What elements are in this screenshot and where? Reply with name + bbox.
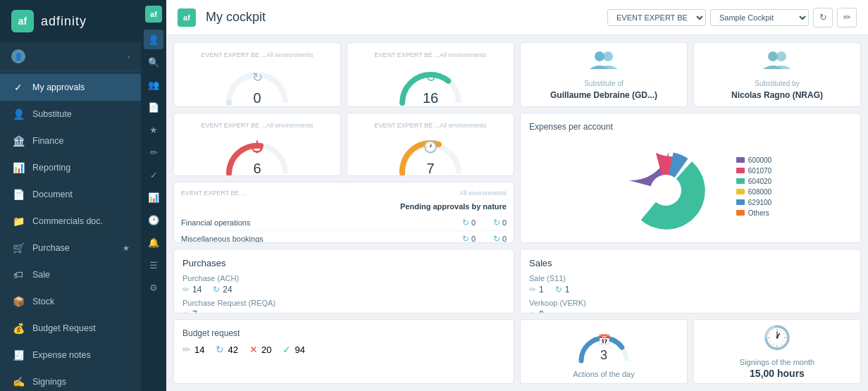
refresh-icon: ↻ <box>213 285 220 294</box>
sidebar-item-sale[interactable]: 🏷 Sale <box>0 261 141 288</box>
signings-icon-wrap: 🕐 <box>763 324 791 351</box>
expense-icon: 🧾 <box>11 348 25 362</box>
due-approvals-header: EVENT EXPERT BE ... All environments <box>201 122 313 129</box>
budget-refresh-val: 42 <box>228 345 237 355</box>
approval-val-1: ↻ 0 <box>454 218 476 228</box>
legend-color <box>736 210 745 216</box>
sidebar-item-reporting[interactable]: 📊 Reporting <box>0 154 141 181</box>
purchase-pencil-val: ✏ 14 <box>182 285 202 294</box>
sidebar-item-my-approvals[interactable]: ✓ My approvals <box>0 74 141 101</box>
icon-sidebar-item-chart[interactable]: 📊 <box>144 187 163 207</box>
substituted-by-name: Nicolas Ragno (NRAG) <box>731 90 823 100</box>
due-approvals-value: 6 <box>253 161 261 175</box>
sidebar-item-expense-notes[interactable]: 🧾 Expense notes <box>0 342 141 368</box>
expenses-title: Expenses per account <box>529 122 852 132</box>
icon-sidebar-item-clock[interactable]: 🕐 <box>144 210 163 230</box>
sidebar-item-stock[interactable]: 📦 Stock <box>0 288 141 315</box>
sidebar-item-label: Sale <box>32 270 130 280</box>
icon-sidebar-item-file[interactable]: 📄 <box>144 97 163 117</box>
refresh-icon: ↻ <box>462 218 469 228</box>
svg-point-2 <box>768 51 778 61</box>
sidebar-item-label: Signings <box>32 377 130 387</box>
sidebar-item-finance[interactable]: 🏦 Finance <box>0 128 141 154</box>
header-controls: EVENT EXPERT BE Sample Cockpit ↻ ✏ <box>607 8 857 27</box>
edit-button[interactable]: ✏ <box>837 8 857 27</box>
purchase-pencil-count: 7 <box>192 309 197 314</box>
sidebar-item-budget-request[interactable]: 💰 Budget Request <box>0 315 141 342</box>
legend-item: 608000 <box>736 188 771 196</box>
signings-value: 15,00 hours <box>750 368 805 379</box>
approval-row-vals: ↻ 0 ↻ 0 <box>454 234 507 244</box>
legend-item: 604020 <box>736 178 771 185</box>
actions-of-day-card: 📅 3 Actions of the day <box>520 319 688 384</box>
snoozed-approvals-tag: EVENT EXPERT BE ... <box>374 122 440 129</box>
purchase-row: Purchase (ACH) ✏ 14 ↻ 24 <box>182 274 505 294</box>
purchase-row-vals: ✏ 14 ↻ 24 <box>182 285 505 294</box>
refresh-button[interactable]: ↻ <box>813 8 833 27</box>
purchase-pencil-count: 14 <box>192 285 202 294</box>
approval-count-1: 0 <box>471 235 476 243</box>
icon-sidebar-item-settings[interactable]: ⚙ <box>144 278 163 297</box>
approval-val-2: ↻ 0 <box>485 234 507 244</box>
due-approvals-gauge: ⏻ 6 <box>222 135 292 176</box>
icon-sidebar-item-check[interactable]: ✓ <box>144 165 163 185</box>
legend-item: 601070 <box>736 167 771 175</box>
sales-card: Sales Sale (S11) ✏ 1 ↻ 1 Verkoop (VERK) <box>520 249 861 314</box>
icon-sidebar-item-list[interactable]: ☰ <box>144 255 163 275</box>
dashboard: EVENT EXPERT BE ... All environments ↻ 0… <box>166 35 868 391</box>
purchase-row-label: Purchase Request (REQA) <box>182 299 505 307</box>
approval-count-1: 0 <box>471 218 476 227</box>
signings-icon: ✍ <box>11 375 25 389</box>
sidebar-item-substitute[interactable]: 👤 Substitute <box>0 101 141 128</box>
approval-val-2: ↻ 0 <box>485 218 507 228</box>
purchase-row-vals: ✏ 7 <box>182 309 505 314</box>
refresh-icon: ↻ <box>555 285 562 294</box>
sidebar-item-label: Budget Request <box>32 323 130 333</box>
legend-label: 600000 <box>748 156 771 164</box>
sidebar-logo: af <box>11 10 34 32</box>
budget-request-card: Budget request ✏ 14 ↻ 42 ✕ 20 ✓ 94 <box>173 319 514 384</box>
icon-sidebar-item-star[interactable]: ★ <box>144 120 163 139</box>
refresh-icon: ↻ <box>462 234 469 244</box>
legend-label: 608000 <box>748 188 771 196</box>
legend-item: 600000 <box>736 156 771 164</box>
icon-sidebar-item-people[interactable]: 👥 <box>144 75 163 94</box>
signings-card: 🕐 Signings of the month 15,00 hours <box>693 319 861 384</box>
icon-sidebar-item-bell[interactable]: 🔔 <box>144 232 163 252</box>
purchases-title: Purchases <box>182 258 505 268</box>
substitute-of-name: Guillaume Debraine (GD...) <box>550 90 657 100</box>
new-approvals-gauge-icon: ↻ <box>252 70 263 85</box>
new-approvals-tag: EVENT EXPERT BE ... <box>201 51 266 58</box>
icon-sidebar-item-pencil[interactable]: ✏ <box>144 142 163 162</box>
sales-pencil-count: 1 <box>539 285 544 294</box>
purchase-icon: 🛒 <box>11 241 25 255</box>
icon-sidebar-item-search[interactable]: 🔍 <box>144 52 163 72</box>
sales-row-label: Sale (S11) <box>529 274 852 283</box>
purchase-row: Purchase Request (REQA) ✏ 7 <box>182 299 505 314</box>
sidebar-item-label: Stock <box>32 297 130 306</box>
sidebar-user[interactable]: 👤 › <box>0 42 141 71</box>
legend-color <box>736 178 745 184</box>
sidebar-item-commercials-doc[interactable]: 📁 Commercials doc. <box>0 208 141 235</box>
reporting-icon: 📊 <box>11 161 25 175</box>
sidebar-item-signings[interactable]: ✍ Signings <box>0 368 141 391</box>
budget-icon: 💰 <box>11 321 25 335</box>
budget-cross-stat: ✕ 20 <box>249 344 271 355</box>
new-approvals-card: EVENT EXPERT BE ... All environments ↻ 0… <box>173 42 341 107</box>
sidebar-item-purchase[interactable]: 🛒 Purchase ★ <box>0 235 141 261</box>
actions-value: 3 <box>600 348 607 363</box>
actions-label: Actions of the day <box>573 370 634 378</box>
sidebar-item-document[interactable]: 📄 Document <box>0 181 141 208</box>
refresh-icon-2: ↻ <box>493 234 500 244</box>
sidebar-item-label: Expense notes <box>32 350 130 360</box>
commercials-doc-icon: 📁 <box>11 214 25 228</box>
environment-select[interactable]: EVENT EXPERT BE <box>607 9 706 26</box>
icon-sidebar-item-user[interactable]: 👤 <box>144 30 163 49</box>
legend-item: 629100 <box>736 199 771 206</box>
budget-title: Budget request <box>182 328 505 338</box>
cockpit-select[interactable]: Sample Cockpit <box>710 9 809 26</box>
sidebar-header: af adfinity <box>0 0 141 42</box>
pencil-icon: ✏ <box>182 309 190 314</box>
legend-item: Others <box>736 209 771 217</box>
budget-check-stat: ✓ 94 <box>283 344 304 355</box>
